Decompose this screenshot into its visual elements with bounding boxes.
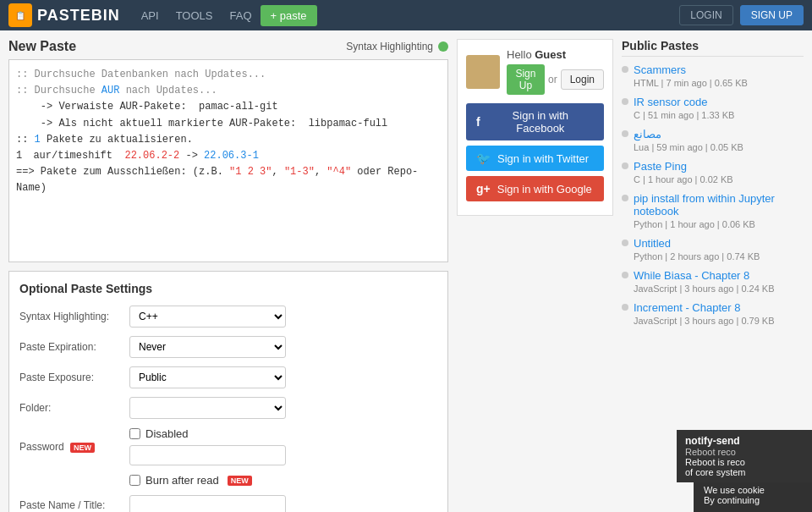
notification-sub1: Reboot reco bbox=[685, 447, 804, 457]
notification-popup: notify-send Reboot reco Reboot is reco o… bbox=[677, 430, 812, 482]
paste-meta: C | 1 hour ago | 0.02 KB bbox=[634, 174, 733, 184]
google-btn-label: Sign in with Google bbox=[497, 183, 592, 195]
paste-meta: C | 51 min ago | 1.33 KB bbox=[634, 110, 734, 120]
signup-button[interactable]: SIGN UP bbox=[740, 5, 804, 25]
code-line-6: 1 aur/timeshift 22.06.2-2 -> 22.06.3-1 bbox=[16, 148, 441, 164]
widget-signup-button[interactable]: Sign Up bbox=[507, 64, 545, 95]
nav-tools[interactable]: TOOLS bbox=[176, 9, 213, 22]
paste-info: Untitled Python | 2 hours ago | 0.74 KB bbox=[634, 237, 760, 262]
paste-name[interactable]: مصانع bbox=[634, 128, 743, 140]
password-new-badge: NEW bbox=[70, 443, 95, 453]
paste-dot bbox=[622, 272, 628, 278]
title-input[interactable] bbox=[129, 495, 286, 512]
twitter-btn-label: Sign in with Twitter bbox=[497, 152, 589, 165]
exposure-setting-row: Paste Exposure: Public Unlisted Private bbox=[19, 366, 437, 388]
code-editor[interactable]: :: Durchsuche Datenbanken nach Updates..… bbox=[8, 59, 448, 262]
hello-text-block: Hello Guest Sign Up or Login bbox=[507, 48, 604, 95]
paste-dot bbox=[622, 239, 628, 246]
burn-new-badge: NEW bbox=[228, 476, 252, 486]
notification-title: notify-send bbox=[685, 435, 804, 447]
paste-item: Scammers HTML | 7 min ago | 0.65 KB bbox=[622, 63, 804, 89]
password-setting-row: Password NEW Disabled bbox=[19, 427, 437, 465]
exposure-label: Paste Exposure: bbox=[19, 372, 129, 383]
paste-name[interactable]: Paste Ping bbox=[634, 160, 733, 173]
add-paste-button[interactable]: + paste bbox=[261, 5, 317, 26]
logo-area: 📋 PASTEBIN bbox=[8, 3, 120, 27]
notification-sub3: of core system bbox=[685, 467, 804, 477]
expiration-label: Paste Expiration: bbox=[19, 341, 129, 353]
paste-item: IR sensor code C | 51 min ago | 1.33 KB bbox=[622, 96, 804, 121]
code-line-5: :: 1 Pakete zu aktualisieren. bbox=[16, 132, 441, 148]
header-auth: LOGIN SIGN UP bbox=[679, 5, 804, 25]
twitter-login-button[interactable]: 🐦 Sign in with Twitter bbox=[466, 146, 604, 171]
syntax-label: Syntax Highlighting: bbox=[19, 311, 129, 322]
paste-meta: Lua | 59 min ago | 0.05 KB bbox=[634, 142, 743, 152]
paste-meta: Python | 1 hour ago | 0.06 KB bbox=[634, 219, 755, 229]
password-disabled-checkbox[interactable] bbox=[129, 428, 140, 439]
hello-text: Hello bbox=[507, 48, 535, 61]
exposure-select[interactable]: Public Unlisted Private bbox=[129, 366, 286, 388]
paste-item: While Biasa - Chapter 8 JavaScript | 3 h… bbox=[622, 269, 804, 295]
password-controls: Disabled bbox=[129, 427, 286, 465]
code-line-1: :: Durchsuche Datenbanken nach Updates..… bbox=[16, 67, 441, 83]
cookie-line2: By continuing bbox=[704, 495, 802, 505]
paste-item: Increment - Chapter 8 JavaScript | 3 hou… bbox=[622, 301, 804, 327]
password-disabled-label: Disabled bbox=[145, 427, 189, 440]
google-icon: g+ bbox=[476, 182, 491, 195]
paste-dot bbox=[622, 195, 628, 201]
twitter-icon: 🐦 bbox=[476, 151, 491, 165]
syntax-active-dot bbox=[438, 41, 448, 52]
syntax-highlight-row: Syntax Highlighting bbox=[346, 41, 448, 52]
paste-name[interactable]: pip install from within Jupyter notebook bbox=[634, 192, 804, 217]
paste-name[interactable]: IR sensor code bbox=[634, 96, 734, 108]
paste-info: Paste Ping C | 1 hour ago | 0.02 KB bbox=[634, 160, 733, 185]
hello-row: Hello Guest Sign Up or Login bbox=[466, 48, 604, 95]
cookie-notice: We use cookie By continuing bbox=[694, 478, 812, 512]
left-panel: New Paste Syntax Highlighting :: Durchsu… bbox=[8, 39, 448, 512]
burn-label: Burn after read bbox=[145, 474, 219, 487]
paste-dot bbox=[622, 66, 628, 73]
new-paste-header: New Paste Syntax Highlighting bbox=[8, 39, 448, 54]
paste-dot bbox=[622, 98, 628, 105]
paste-name[interactable]: While Biasa - Chapter 8 bbox=[634, 269, 775, 282]
syntax-setting-row: Syntax Highlighting: C++ None Python Jav… bbox=[19, 306, 437, 328]
paste-info: While Biasa - Chapter 8 JavaScript | 3 h… bbox=[634, 269, 775, 295]
settings-title: Optional Paste Settings bbox=[19, 282, 437, 295]
burn-checkbox[interactable] bbox=[129, 475, 140, 486]
logo-icon: 📋 bbox=[8, 3, 32, 27]
folder-select[interactable] bbox=[129, 397, 286, 419]
facebook-login-button[interactable]: f Sign in with Facebook bbox=[466, 103, 604, 140]
login-button[interactable]: LOGIN bbox=[679, 5, 732, 25]
or-text: or bbox=[548, 74, 557, 85]
middle-panel: Hello Guest Sign Up or Login f Sign in w… bbox=[457, 39, 613, 512]
avatar bbox=[466, 55, 500, 89]
page-title: New Paste bbox=[8, 39, 76, 54]
burn-setting-row: Burn after read NEW bbox=[129, 474, 437, 487]
expiration-setting-row: Paste Expiration: Never 10 Minutes 1 Hou… bbox=[19, 336, 437, 358]
nav-api[interactable]: API bbox=[141, 9, 159, 22]
folder-label: Folder: bbox=[19, 402, 129, 414]
folder-setting-row: Folder: bbox=[19, 397, 437, 419]
public-pastes-title: Public Pastes bbox=[622, 39, 804, 57]
auth-buttons: Sign Up or Login bbox=[507, 64, 604, 95]
paste-meta: Python | 2 hours ago | 0.74 KB bbox=[634, 251, 760, 262]
password-input[interactable] bbox=[129, 445, 286, 465]
paste-meta: HTML | 7 min ago | 0.65 KB bbox=[634, 78, 748, 88]
syntax-highlight-label: Syntax Highlighting bbox=[346, 41, 433, 52]
facebook-btn-label: Sign in with Facebook bbox=[487, 109, 594, 135]
paste-item: Untitled Python | 2 hours ago | 0.74 KB bbox=[622, 237, 804, 262]
paste-meta: JavaScript | 3 hours ago | 0.24 KB bbox=[634, 284, 775, 294]
login-widget: Hello Guest Sign Up or Login f Sign in w… bbox=[457, 39, 613, 216]
paste-name[interactable]: Increment - Chapter 8 bbox=[634, 301, 775, 314]
paste-name[interactable]: Scammers bbox=[634, 63, 748, 76]
expiration-select[interactable]: Never 10 Minutes 1 Hour 1 Day bbox=[129, 336, 286, 358]
google-login-button[interactable]: g+ Sign in with Google bbox=[466, 176, 604, 201]
nav-faq[interactable]: FAQ bbox=[230, 9, 252, 22]
password-disabled-row: Disabled bbox=[129, 427, 286, 440]
password-label: Password NEW bbox=[19, 441, 129, 453]
paste-name[interactable]: Untitled bbox=[634, 237, 760, 250]
paste-dot bbox=[622, 162, 628, 169]
cookie-line1: We use cookie bbox=[704, 485, 802, 495]
widget-login-button[interactable]: Login bbox=[561, 69, 604, 90]
syntax-select[interactable]: C++ None Python JavaScript HTML bbox=[129, 306, 286, 328]
